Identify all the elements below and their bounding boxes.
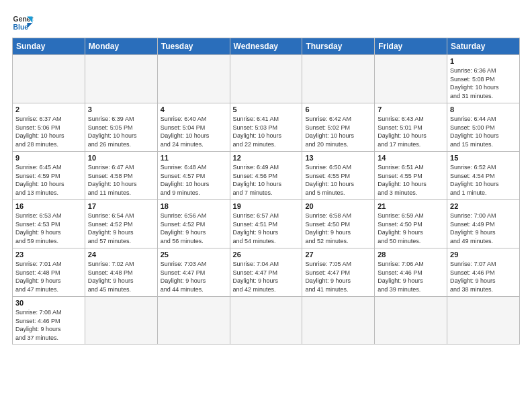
- calendar-cell: 4Sunrise: 6:40 AM Sunset: 5:04 PM Daylig…: [157, 103, 230, 152]
- calendar-cell: 29Sunrise: 7:07 AM Sunset: 4:46 PM Dayli…: [447, 248, 520, 297]
- calendar-cell: 9Sunrise: 6:45 AM Sunset: 4:59 PM Daylig…: [13, 152, 85, 200]
- day-number: 16: [15, 202, 82, 210]
- day-info: Sunrise: 6:41 AM Sunset: 5:03 PM Dayligh…: [233, 115, 300, 148]
- calendar-cell: 11Sunrise: 6:48 AM Sunset: 4:57 PM Dayli…: [157, 152, 230, 200]
- calendar-table: SundayMondayTuesdayWednesdayThursdayFrid…: [12, 38, 520, 345]
- day-info: Sunrise: 6:44 AM Sunset: 5:00 PM Dayligh…: [450, 115, 517, 148]
- calendar-cell: 3Sunrise: 6:39 AM Sunset: 5:05 PM Daylig…: [85, 103, 157, 152]
- day-number: 10: [88, 154, 154, 162]
- svg-text:Blue: Blue: [13, 24, 29, 31]
- svg-marker-3: [27, 23, 32, 28]
- calendar-cell: [157, 297, 230, 345]
- day-info: Sunrise: 7:08 AM Sunset: 4:46 PM Dayligh…: [15, 308, 82, 342]
- calendar-week-row: 9Sunrise: 6:45 AM Sunset: 4:59 PM Daylig…: [13, 152, 520, 200]
- calendar-week-row: 16Sunrise: 6:53 AM Sunset: 4:53 PM Dayli…: [13, 200, 520, 248]
- weekday-header: Wednesday: [230, 38, 302, 55]
- calendar-cell: 7Sunrise: 6:43 AM Sunset: 5:01 PM Daylig…: [375, 103, 447, 152]
- day-info: Sunrise: 6:39 AM Sunset: 5:05 PM Dayligh…: [88, 115, 154, 148]
- day-number: 24: [88, 250, 154, 259]
- day-info: Sunrise: 6:48 AM Sunset: 4:57 PM Dayligh…: [161, 163, 227, 197]
- header: General Blue: [12, 12, 520, 34]
- day-number: 19: [233, 202, 300, 210]
- day-number: 2: [15, 105, 82, 113]
- calendar-cell: 8Sunrise: 6:44 AM Sunset: 5:00 PM Daylig…: [447, 103, 520, 152]
- day-number: 4: [161, 105, 227, 113]
- weekday-header: Friday: [375, 38, 447, 55]
- day-info: Sunrise: 7:07 AM Sunset: 4:46 PM Dayligh…: [450, 260, 517, 293]
- calendar-cell: 1Sunrise: 6:36 AM Sunset: 5:08 PM Daylig…: [447, 55, 520, 103]
- calendar-cell: 5Sunrise: 6:41 AM Sunset: 5:03 PM Daylig…: [230, 103, 302, 152]
- day-number: 21: [378, 202, 444, 210]
- day-info: Sunrise: 6:56 AM Sunset: 4:52 PM Dayligh…: [161, 212, 227, 245]
- day-info: Sunrise: 6:58 AM Sunset: 4:50 PM Dayligh…: [305, 212, 371, 245]
- day-info: Sunrise: 6:36 AM Sunset: 5:08 PM Dayligh…: [450, 66, 517, 100]
- calendar-cell: [230, 55, 302, 103]
- logo-icon: General Blue: [12, 12, 34, 34]
- day-number: 25: [161, 250, 227, 259]
- calendar-cell: 14Sunrise: 6:51 AM Sunset: 4:55 PM Dayli…: [375, 152, 447, 200]
- day-info: Sunrise: 7:00 AM Sunset: 4:49 PM Dayligh…: [450, 212, 517, 245]
- calendar-cell: 6Sunrise: 6:42 AM Sunset: 5:02 PM Daylig…: [302, 103, 375, 152]
- calendar-cell: 30Sunrise: 7:08 AM Sunset: 4:46 PM Dayli…: [13, 297, 85, 345]
- day-number: 18: [161, 202, 227, 210]
- calendar-header-row: SundayMondayTuesdayWednesdayThursdayFrid…: [13, 38, 520, 55]
- calendar-cell: 13Sunrise: 6:50 AM Sunset: 4:55 PM Dayli…: [302, 152, 375, 200]
- day-info: Sunrise: 6:50 AM Sunset: 4:55 PM Dayligh…: [305, 163, 371, 197]
- calendar-cell: 25Sunrise: 7:03 AM Sunset: 4:47 PM Dayli…: [157, 248, 230, 297]
- day-info: Sunrise: 6:49 AM Sunset: 4:56 PM Dayligh…: [233, 163, 300, 197]
- day-info: Sunrise: 6:54 AM Sunset: 4:52 PM Dayligh…: [88, 212, 154, 245]
- calendar-cell: 18Sunrise: 6:56 AM Sunset: 4:52 PM Dayli…: [157, 200, 230, 248]
- calendar-cell: [85, 55, 157, 103]
- day-info: Sunrise: 7:05 AM Sunset: 4:47 PM Dayligh…: [305, 260, 371, 293]
- day-info: Sunrise: 6:59 AM Sunset: 4:50 PM Dayligh…: [378, 212, 444, 245]
- calendar-cell: [230, 297, 302, 345]
- day-number: 12: [233, 154, 300, 162]
- logo: General Blue: [12, 12, 34, 34]
- weekday-header: Thursday: [302, 38, 375, 55]
- day-number: 13: [305, 154, 371, 162]
- day-info: Sunrise: 7:02 AM Sunset: 4:48 PM Dayligh…: [88, 260, 154, 293]
- day-number: 11: [161, 154, 227, 162]
- calendar-week-row: 2Sunrise: 6:37 AM Sunset: 5:06 PM Daylig…: [13, 103, 520, 152]
- calendar-cell: [13, 55, 85, 103]
- day-number: 15: [450, 154, 517, 162]
- day-number: 27: [305, 250, 371, 259]
- calendar-cell: 2Sunrise: 6:37 AM Sunset: 5:06 PM Daylig…: [13, 103, 85, 152]
- calendar-cell: [157, 55, 230, 103]
- day-info: Sunrise: 6:43 AM Sunset: 5:01 PM Dayligh…: [378, 115, 444, 148]
- calendar-cell: [302, 297, 375, 345]
- day-info: Sunrise: 7:06 AM Sunset: 4:46 PM Dayligh…: [378, 260, 444, 293]
- calendar-cell: 21Sunrise: 6:59 AM Sunset: 4:50 PM Dayli…: [375, 200, 447, 248]
- day-info: Sunrise: 7:01 AM Sunset: 4:48 PM Dayligh…: [15, 260, 82, 293]
- weekday-header: Tuesday: [157, 38, 230, 55]
- calendar-cell: 15Sunrise: 6:52 AM Sunset: 4:54 PM Dayli…: [447, 152, 520, 200]
- calendar-cell: [302, 55, 375, 103]
- calendar-week-row: 30Sunrise: 7:08 AM Sunset: 4:46 PM Dayli…: [13, 297, 520, 345]
- day-number: 3: [88, 105, 154, 113]
- day-number: 28: [378, 250, 444, 259]
- day-info: Sunrise: 6:51 AM Sunset: 4:55 PM Dayligh…: [378, 163, 444, 197]
- calendar-cell: 12Sunrise: 6:49 AM Sunset: 4:56 PM Dayli…: [230, 152, 302, 200]
- day-number: 8: [450, 105, 517, 113]
- day-info: Sunrise: 6:52 AM Sunset: 4:54 PM Dayligh…: [450, 163, 517, 197]
- day-number: 14: [378, 154, 444, 162]
- day-info: Sunrise: 6:37 AM Sunset: 5:06 PM Dayligh…: [15, 115, 82, 148]
- weekday-header: Saturday: [447, 38, 520, 55]
- calendar-cell: [85, 297, 157, 345]
- calendar-cell: [375, 297, 447, 345]
- day-info: Sunrise: 6:42 AM Sunset: 5:02 PM Dayligh…: [305, 115, 371, 148]
- day-info: Sunrise: 6:57 AM Sunset: 4:51 PM Dayligh…: [233, 212, 300, 245]
- calendar-cell: 10Sunrise: 6:47 AM Sunset: 4:58 PM Dayli…: [85, 152, 157, 200]
- calendar-cell: 17Sunrise: 6:54 AM Sunset: 4:52 PM Dayli…: [85, 200, 157, 248]
- day-number: 26: [233, 250, 300, 259]
- day-number: 22: [450, 202, 517, 210]
- day-number: 23: [15, 250, 82, 259]
- calendar-cell: 22Sunrise: 7:00 AM Sunset: 4:49 PM Dayli…: [447, 200, 520, 248]
- calendar-cell: 16Sunrise: 6:53 AM Sunset: 4:53 PM Dayli…: [13, 200, 85, 248]
- page: General Blue SundayMondayTuesdayWednesda…: [0, 0, 532, 411]
- day-info: Sunrise: 7:04 AM Sunset: 4:47 PM Dayligh…: [233, 260, 300, 293]
- day-number: 20: [305, 202, 371, 210]
- day-number: 29: [450, 250, 517, 259]
- calendar-cell: [447, 297, 520, 345]
- calendar-cell: 27Sunrise: 7:05 AM Sunset: 4:47 PM Dayli…: [302, 248, 375, 297]
